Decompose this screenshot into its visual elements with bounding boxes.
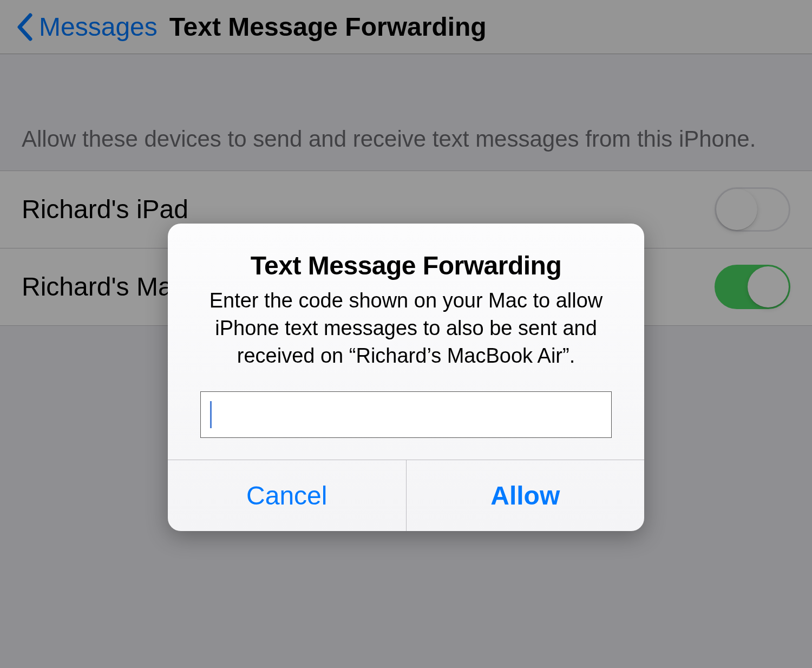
cancel-button[interactable]: Cancel bbox=[168, 460, 407, 531]
allow-button[interactable]: Allow bbox=[407, 460, 645, 531]
code-input-wrapper bbox=[200, 391, 612, 438]
alert-message: Enter the code shown on your Mac to allo… bbox=[189, 287, 623, 370]
text-cursor bbox=[210, 401, 212, 428]
alert-body: Text Message Forwarding Enter the code s… bbox=[168, 224, 644, 460]
alert-dialog: Text Message Forwarding Enter the code s… bbox=[168, 224, 644, 532]
modal-overlay: Text Message Forwarding Enter the code s… bbox=[0, 0, 812, 668]
code-input[interactable] bbox=[200, 391, 612, 438]
alert-buttons: Cancel Allow bbox=[168, 460, 644, 531]
alert-title: Text Message Forwarding bbox=[189, 251, 623, 280]
